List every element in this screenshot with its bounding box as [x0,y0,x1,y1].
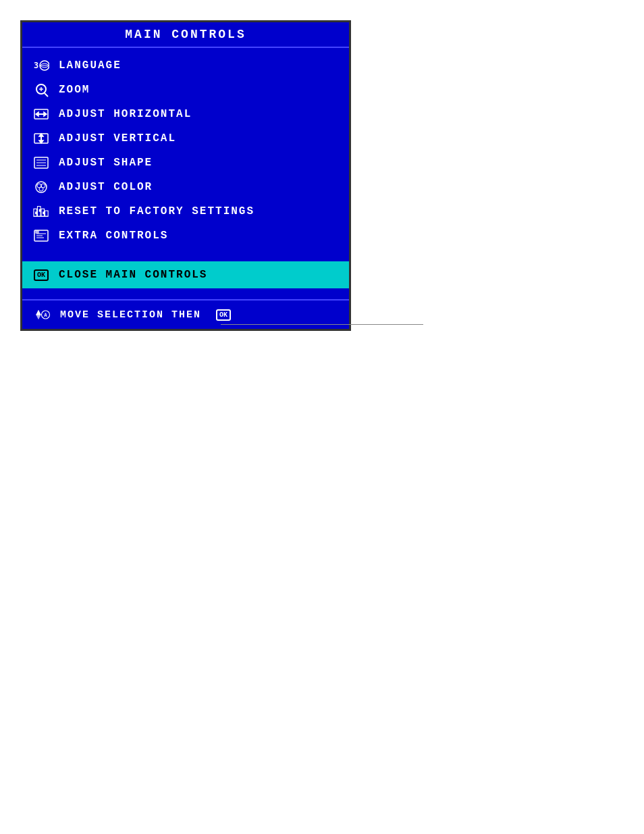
adjust-shape-label: ADJUST SHAPE [59,157,153,169]
shape-icon [30,153,52,172]
factory-icon [30,202,52,221]
svg-text:A: A [44,312,48,318]
close-label: CLOSE MAIN CONTROLS [59,269,207,281]
svg-rect-29 [39,209,41,211]
svg-point-22 [39,187,43,191]
page-divider [221,324,423,325]
menu-item-adjust-vertical[interactable]: ADJUST VERTICAL [22,126,349,151]
move-selection-icon: A [30,305,55,324]
menu-title-text: MAIN CONTROLS [125,28,246,41]
svg-text:3: 3 [34,61,40,70]
svg-marker-9 [36,112,38,116]
adjust-vertical-label: ADJUST VERTICAL [59,132,176,145]
menu-item-zoom[interactable]: ZOOM [22,78,349,102]
menu-item-reset-factory[interactable]: RESET TO FACTORY SETTINGS [22,199,349,224]
menu-item-language[interactable]: 3 LANGUAGE [22,53,349,78]
ok-badge: OK [34,269,49,281]
language-label: LANGUAGE [59,59,122,72]
svg-line-4 [45,93,48,97]
menu-item-extra-controls[interactable]: EXTRA CONTROLS [22,224,349,248]
svg-rect-35 [36,231,38,233]
svg-rect-28 [36,212,37,214]
adjust-horizontal-label: ADJUST HORIZONTAL [59,108,192,120]
ok-icon: OK [30,265,52,284]
menu-spacer [22,253,349,259]
close-main-controls-button[interactable]: OK CLOSE MAIN CONTROLS [22,261,349,288]
language-icon: 3 [30,56,52,75]
zoom-icon [30,80,52,99]
svg-rect-26 [45,211,49,216]
menu-title: MAIN CONTROLS [22,22,349,48]
horizontal-icon [30,105,52,124]
main-controls-menu: MAIN CONTROLS 3 LANGUAGE [20,20,351,331]
footer-spacer [22,291,349,296]
footer-ok-badge: OK [216,309,231,321]
extra-icon [30,226,52,245]
adjust-color-label: ADJUST COLOR [59,181,153,193]
menu-item-adjust-color[interactable]: ADJUST COLOR [22,175,349,199]
footer-label: MOVE SELECTION THEN [60,309,201,321]
reset-factory-label: RESET TO FACTORY SETTINGS [59,205,254,217]
menu-item-adjust-shape[interactable]: ADJUST SHAPE [22,151,349,175]
menu-item-adjust-horizontal[interactable]: ADJUST HORIZONTAL [22,102,349,126]
svg-marker-37 [36,315,41,319]
extra-controls-label: EXTRA CONTROLS [59,230,168,242]
svg-marker-36 [36,311,41,315]
svg-marker-10 [44,112,47,116]
color-icon [30,178,52,197]
menu-items-list: 3 LANGUAGE ZOOM [22,48,349,253]
zoom-label: ZOOM [59,84,90,96]
svg-rect-30 [43,212,45,214]
vertical-icon [30,129,52,148]
